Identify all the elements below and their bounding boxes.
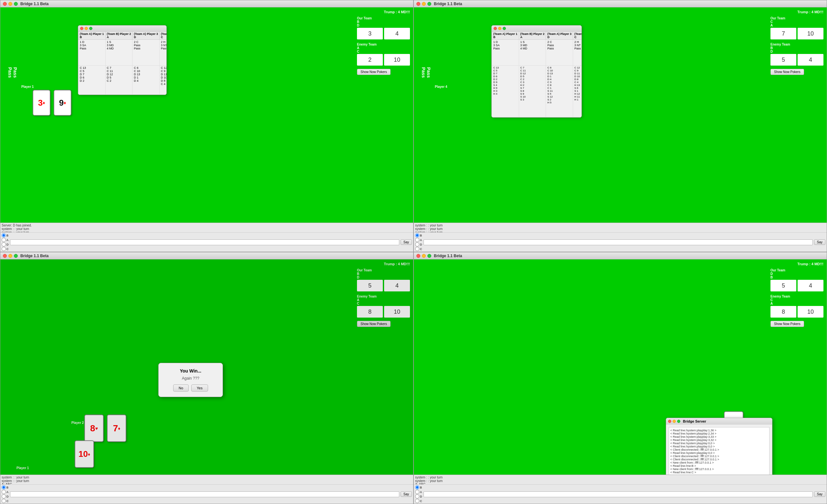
bid-cell-2-4: C 12C 9D 11D 10D 8C 4: [159, 65, 167, 95]
maximize-button-4[interactable]: [427, 254, 431, 258]
bid2-cell-2-2: C 7C 11D 12D 5C 2C 3H 2S 7S 8S 9S 10S 3: [519, 65, 546, 117]
log-line: < Read line:/system:playplay:2,34 >: [670, 432, 768, 435]
bid-cell-2-3: C 6C 10D 13D 1D 4: [133, 65, 159, 95]
minimize-button-2[interactable]: [422, 2, 426, 6]
minimize-button-4[interactable]: [422, 254, 426, 258]
game-area-4: Trump : 4 MD!!! Our TeamDB 5 4 Enemy Tea…: [414, 259, 827, 474]
score-enemy-2: 5: [771, 54, 796, 65]
chat-input-row-2: B A D C Say: [414, 232, 827, 252]
bid-cell-1-2: 1 S3 MD4 MD: [105, 40, 133, 65]
chat-input-1[interactable]: [10, 239, 399, 245]
radio-d-2[interactable]: D: [415, 242, 422, 247]
chat-input-3[interactable]: [10, 491, 399, 497]
bid-close-2[interactable]: [494, 27, 497, 30]
radio-d-4[interactable]: D: [415, 494, 422, 499]
server-close-4[interactable]: [668, 420, 671, 423]
win-dialog-overlay-3: You Win... Again ??? No Yes: [0, 259, 413, 474]
chat-messages-1: Server: D has joined. system : : your tu…: [0, 223, 413, 232]
radio-c-3[interactable]: C: [2, 499, 9, 503]
bid-min-1[interactable]: [85, 27, 88, 30]
radio-a-2[interactable]: A: [415, 238, 422, 242]
radio-a-1[interactable]: A: [2, 238, 9, 242]
score-our2-4: 4: [797, 280, 823, 291]
bid-close-1[interactable]: [80, 27, 83, 30]
chat-input-4[interactable]: [424, 491, 813, 497]
bid-window-controls-2: [494, 27, 506, 30]
say-button-2[interactable]: Say: [814, 239, 825, 245]
maximize-button-2[interactable]: [427, 2, 431, 6]
bid-min-2[interactable]: [498, 27, 501, 30]
server-min-4[interactable]: [673, 420, 676, 423]
bid-cell-2-2: C 7C 11D 12D 5C 2: [105, 65, 133, 95]
chat-input-2[interactable]: [424, 239, 813, 245]
say-button-4[interactable]: Say: [814, 491, 825, 497]
radio-a-3[interactable]: A: [2, 490, 9, 494]
trump-label-2: Trump : 4 MD!!!: [797, 10, 823, 14]
score-our-1: 3: [357, 28, 383, 39]
bid2-col-3: (Team A) Player 3D: [546, 32, 573, 40]
radio-group-1: B A D C: [2, 233, 9, 251]
close-button-3[interactable]: [3, 254, 7, 258]
radio-d-3[interactable]: D: [2, 494, 9, 499]
radio-a-4[interactable]: A: [415, 490, 422, 494]
chat-msg: system : : your turn: [415, 223, 825, 227]
bid-window-controls-1: [80, 27, 92, 30]
radio-group-4: B A D C: [415, 485, 422, 503]
maximize-button-3[interactable]: [14, 254, 18, 258]
log-line: < Read line:/system:playplay:0,0 >: [670, 445, 768, 448]
show-now-pokers-btn-1[interactable]: Show Now Pokers: [357, 69, 391, 75]
bid2-cell-2-1: C 13C 5D 7D 6D 2D 9S 4H 9H 3H 4: [492, 65, 519, 117]
score-our2-2: 10: [797, 28, 823, 39]
chat-msg: system : : your turn: [2, 479, 412, 483]
score-area-4: Our TeamDB 5 4 Enemy TeamCA 8 10 Show No…: [771, 268, 823, 327]
close-button-1[interactable]: [3, 2, 7, 6]
chat-input-row-1: B A D C Say: [0, 232, 413, 252]
radio-c-1[interactable]: C: [2, 247, 9, 251]
window-controls-3: [3, 254, 18, 258]
bid2-col-1: (Team A) Player 1B: [492, 32, 519, 40]
radio-c-4[interactable]: C: [415, 499, 422, 503]
game-area-1: Trump : 4 MD!!! Our TeamBD 3 4 Enemy Tea…: [0, 7, 413, 222]
log-line: < Read line:/system:playplay:3,32 >: [670, 439, 768, 442]
log-line: < Read line:/system:playplay:0,0 >: [670, 451, 768, 455]
radio-c-2[interactable]: C: [415, 247, 422, 251]
bid-max-2[interactable]: [503, 27, 506, 30]
bottom-area-4: system : : your turn system : : your tur…: [414, 474, 827, 504]
score-our-4: 5: [771, 280, 796, 291]
minimize-button-3[interactable]: [8, 254, 12, 258]
say-button-1[interactable]: Say: [401, 239, 412, 245]
win-dialog-3: You Win... Again ??? No Yes: [158, 363, 223, 397]
log-line: < New client from:::ffff:127.0.0.1 >: [670, 461, 768, 464]
game-area-2: Trump : 4 MD!!! Our TeamCA 7 10 Enemy Te…: [414, 7, 827, 222]
close-button-4[interactable]: [417, 254, 420, 258]
show-now-pokers-btn-2[interactable]: Show Now Pokers: [771, 69, 804, 75]
quadrant-1: Bridge 1.1 Beta Trump : 4 MD!!! Our Team…: [0, 0, 414, 252]
score-enemy2-1: 10: [384, 54, 410, 65]
radio-b-2[interactable]: B: [415, 233, 422, 238]
titlebar-1: Bridge 1.1 Beta: [0, 0, 413, 7]
bid-table-1: (Team A) Player 1B (Team B) Player 2A (T…: [78, 31, 167, 95]
log-line: < New client from:::ffff:127.0.0.1 >: [670, 467, 768, 471]
server-window-title-4: Bridge Server: [683, 419, 706, 423]
chat-input-row-3: B A D C Say: [0, 484, 413, 504]
close-button-2[interactable]: [417, 2, 420, 6]
radio-d-1[interactable]: D: [2, 242, 9, 247]
minimize-button-1[interactable]: [8, 2, 12, 6]
no-button-3[interactable]: No: [173, 385, 189, 392]
server-max-4[interactable]: [677, 420, 680, 423]
bid-col-2: (Team B) Player 2A: [105, 32, 133, 40]
say-button-3[interactable]: Say: [401, 491, 412, 497]
radio-b-4[interactable]: B: [415, 485, 422, 490]
bid-max-1[interactable]: [89, 27, 92, 30]
show-now-pokers-btn-4[interactable]: Show Now Pokers: [771, 321, 804, 327]
bid2-cell-1-4: 2 H3 NTPass: [573, 40, 582, 65]
chat-msg: system : : your turn: [415, 227, 825, 231]
quadrant-2: Bridge 1.1 Beta Trump : 4 MD!!! Our Team…: [414, 0, 827, 252]
bid-cell-1-3: 2 CPassPass: [133, 40, 159, 65]
player-label-left-2: Player 4: [435, 85, 447, 89]
radio-b-1[interactable]: B: [2, 233, 9, 238]
radio-b-3[interactable]: B: [2, 485, 9, 490]
enemy-team-label-1: Enemy TeamAC: [357, 43, 410, 53]
yes-button-3[interactable]: Yes: [191, 385, 208, 392]
maximize-button-1[interactable]: [14, 2, 18, 6]
